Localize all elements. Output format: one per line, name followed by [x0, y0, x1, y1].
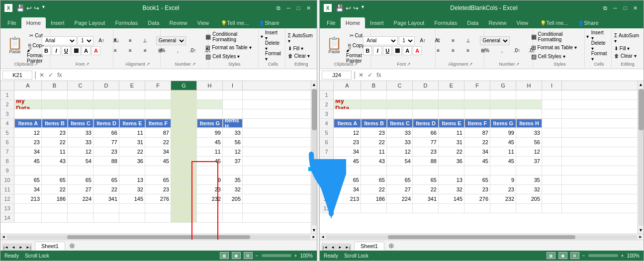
- cell-ref-left[interactable]: [2, 71, 32, 80]
- header-cell-right[interactable]: Items E: [439, 119, 464, 128]
- header-cell-right[interactable]: Items D: [413, 119, 439, 128]
- font-name-select-right[interactable]: Arial: [363, 36, 398, 45]
- cell-left[interactable]: [171, 90, 197, 99]
- header-cell-left[interactable]: Items B: [42, 119, 68, 128]
- header-cell-left[interactable]: Items H: [223, 119, 243, 128]
- restore-icon-left[interactable]: ⧉: [274, 3, 283, 12]
- align-middle-btn-left[interactable]: ≡: [123, 36, 137, 45]
- font-size-select-left[interactable]: 10: [78, 36, 93, 45]
- cell-left[interactable]: 23: [14, 138, 42, 147]
- tab-scroll-last-right[interactable]: ►|: [344, 244, 351, 251]
- cell-left[interactable]: 224: [68, 194, 93, 203]
- cell-left[interactable]: [171, 204, 197, 213]
- cell-right[interactable]: [439, 166, 464, 175]
- tab-pagelayout-right[interactable]: Page Layout: [389, 17, 430, 28]
- increase-dec-btn-left[interactable]: .0↑: [186, 46, 200, 55]
- fill-btn2-left[interactable]: ⬇ Fill ▾: [286, 45, 305, 52]
- col-header-H-right[interactable]: H: [516, 81, 542, 90]
- cell-right[interactable]: [490, 166, 516, 175]
- cell-right[interactable]: [361, 90, 387, 99]
- cell-left[interactable]: [171, 175, 197, 184]
- cell-left[interactable]: [197, 90, 223, 99]
- tab-review-right[interactable]: Review: [483, 17, 511, 28]
- header-cell-left[interactable]: Items D: [93, 119, 119, 128]
- cell-left[interactable]: [93, 213, 119, 222]
- delete-cells-btn-left[interactable]: Delete ▾: [264, 41, 282, 50]
- tab-scroll-prev-left[interactable]: ◄: [10, 244, 17, 251]
- scroll-right-btn-right[interactable]: ►: [639, 235, 643, 239]
- table-dropdown-left[interactable]: ▾: [249, 45, 252, 50]
- cell-left[interactable]: [171, 185, 197, 194]
- cell-right[interactable]: 33: [387, 128, 413, 137]
- cell-left[interactable]: 45: [197, 138, 223, 147]
- tab-scroll-next-left[interactable]: ►: [17, 244, 24, 251]
- cell-left[interactable]: 205: [223, 194, 243, 203]
- cell-left[interactable]: [68, 90, 93, 99]
- cell-left[interactable]: [171, 213, 197, 222]
- header-cell-right[interactable]: Items A: [334, 119, 361, 128]
- cell-right[interactable]: 35: [516, 175, 542, 184]
- cell-left[interactable]: [119, 213, 145, 222]
- number-format-select-left[interactable]: General: [156, 36, 186, 45]
- cell-right[interactable]: 11: [490, 147, 516, 156]
- tab-scroll-first-left[interactable]: |◄: [2, 244, 9, 251]
- cell-right[interactable]: [464, 90, 490, 99]
- cell-right[interactable]: [542, 175, 562, 184]
- tab-scroll-last-left[interactable]: ►|: [25, 244, 32, 251]
- cell-left[interactable]: [145, 100, 171, 109]
- fill-btn-left[interactable]: A: [82, 46, 91, 55]
- page-break-btn-right[interactable]: ⊞: [570, 252, 579, 259]
- cell-left[interactable]: [171, 157, 197, 166]
- cell-right[interactable]: 22: [464, 138, 490, 147]
- cancel-formula-icon-left[interactable]: ✕: [38, 72, 45, 79]
- border-btn-right[interactable]: ▦: [393, 46, 402, 55]
- format-cells-btn-right[interactable]: Format ▾: [590, 52, 609, 61]
- cell-ref-right[interactable]: [322, 71, 352, 80]
- cell-right[interactable]: [361, 109, 387, 118]
- cell-left[interactable]: 66: [93, 128, 119, 137]
- cell-left[interactable]: [68, 166, 93, 175]
- redo-icon-left[interactable]: ↪: [34, 4, 39, 12]
- cell-right[interactable]: [439, 109, 464, 118]
- align-center-btn-left[interactable]: ≡: [123, 46, 137, 55]
- col-header-E-right[interactable]: E: [439, 81, 464, 90]
- align-right-btn-right[interactable]: ≡: [461, 46, 475, 55]
- cell-left[interactable]: [42, 213, 68, 222]
- cell-left[interactable]: 65: [68, 175, 93, 184]
- cell-right[interactable]: [334, 166, 361, 175]
- header-cell-right[interactable]: Items C: [387, 119, 413, 128]
- cell-right[interactable]: [542, 100, 562, 109]
- cell-left[interactable]: 32: [119, 185, 145, 194]
- cell-left[interactable]: 12: [223, 147, 243, 156]
- formula-input-right[interactable]: [384, 71, 642, 80]
- cell-left[interactable]: [93, 109, 119, 118]
- my-data-cell-right[interactable]: My Data: [334, 100, 361, 109]
- col-header-A-right[interactable]: A: [334, 81, 361, 90]
- cell-right[interactable]: [542, 194, 562, 203]
- cell-left[interactable]: [171, 119, 197, 128]
- align-top-btn-right[interactable]: ⊤: [431, 36, 445, 45]
- cell-right[interactable]: [361, 166, 387, 175]
- cell-right[interactable]: 34: [464, 147, 490, 156]
- redo-icon-right[interactable]: ↪: [353, 4, 359, 12]
- col-header-B-left[interactable]: B: [42, 81, 68, 90]
- cell-left[interactable]: [223, 109, 243, 118]
- cell-left[interactable]: [42, 204, 68, 213]
- cell-right[interactable]: 145: [439, 194, 464, 203]
- col-header-D-left[interactable]: D: [93, 81, 119, 90]
- cell-right[interactable]: 22: [439, 147, 464, 156]
- cell-left[interactable]: [145, 166, 171, 175]
- enter-formula-icon-right[interactable]: ✓: [367, 72, 373, 79]
- close-icon-left[interactable]: ✕: [304, 3, 313, 12]
- cell-left[interactable]: [223, 90, 243, 99]
- cell-right[interactable]: 43: [361, 157, 387, 166]
- sheet-tab-1-left[interactable]: Sheet1: [35, 242, 65, 251]
- cell-right[interactable]: [542, 185, 562, 194]
- cell-left[interactable]: 54: [68, 157, 93, 166]
- cell-right[interactable]: [516, 109, 542, 118]
- cell-left[interactable]: [119, 166, 145, 175]
- cell-left[interactable]: 23: [197, 185, 223, 194]
- fill-btn2-right[interactable]: ⬇ Fill ▾: [613, 45, 631, 52]
- cell-right[interactable]: 22: [413, 185, 439, 194]
- cell-right[interactable]: [542, 90, 562, 99]
